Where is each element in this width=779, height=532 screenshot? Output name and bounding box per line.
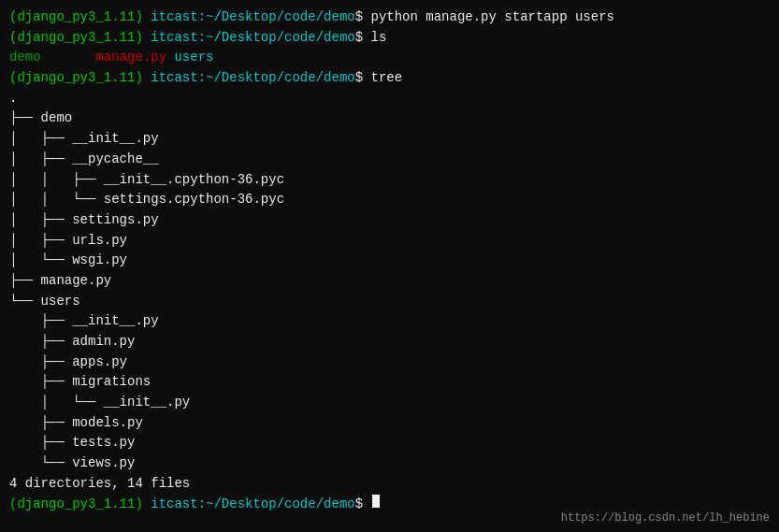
command-line-2: (django_py3_1.11) itcast:~/Desktop/code/… — [9, 28, 770, 49]
prompt-dollar-1: $ — [355, 7, 371, 28]
tree-pycache-settings: │ │ └── settings.cpython-36.pyc — [9, 190, 770, 210]
tree-users-views: └── views.py — [9, 453, 770, 474]
ls-manage: manage.py — [95, 48, 166, 68]
tree-users-models: ├── models.py — [9, 413, 770, 434]
tree-manage: ├── manage.py — [9, 271, 770, 292]
terminal-window: (django_py3_1.11) itcast:~/Desktop/code/… — [0, 0, 779, 532]
tree-demo-pycache: │ ├── __pycache__ — [9, 150, 770, 170]
tree-summary: 4 directories, 14 files — [9, 474, 770, 495]
tree-users-tests: ├── tests.py — [9, 433, 770, 453]
cmd-2-text: ls — [371, 28, 387, 49]
cmd-1-text: python manage.py startapp users — [371, 7, 614, 28]
prompt-env-2: (django_py3_1.11) — [9, 28, 151, 49]
summary-text: 4 directories, 14 files — [9, 474, 190, 495]
ls-output: demo manage.py users — [9, 48, 770, 68]
prompt-user-1: itcast — [151, 7, 197, 28]
final-prompt-user: itcast — [151, 495, 197, 515]
tree-demo-urls: │ ├── urls.py — [9, 231, 770, 252]
prompt-dollar-2: $ — [355, 28, 371, 49]
command-line-3: (django_py3_1.11) itcast:~/Desktop/code/… — [9, 68, 770, 89]
final-prompt-dollar: $ — [355, 495, 371, 515]
tree-users-init: ├── __init__.py — [9, 311, 770, 332]
tree-migrations-init: │ └── __init__.py — [9, 393, 770, 413]
final-prompt-path: :~/Desktop/code/demo — [198, 495, 355, 515]
watermark-text: https://blog.csdn.net/lh_hebine — [561, 511, 770, 525]
tree-root: . — [9, 89, 770, 109]
tree-demo-settings: │ ├── settings.py — [9, 210, 770, 231]
ls-space2 — [166, 48, 174, 68]
tree-users-apps: ├── apps.py — [9, 352, 770, 373]
final-prompt-env: (django_py3_1.11) — [9, 495, 151, 515]
tree-users-admin: ├── admin.py — [9, 332, 770, 352]
tree-users: └── users — [9, 292, 770, 312]
ls-spacing — [41, 48, 96, 68]
prompt-env-1: (django_py3_1.11) — [9, 7, 151, 28]
terminal-cursor — [372, 495, 380, 508]
prompt-path-1: :~/Desktop/code/demo — [198, 7, 355, 28]
prompt-dollar-3: $ — [355, 68, 371, 89]
cmd-3-text: tree — [371, 68, 403, 89]
ls-demo: demo — [9, 48, 41, 68]
prompt-user-3: itcast — [151, 68, 197, 89]
tree-users-migrations: ├── migrations — [9, 372, 770, 393]
tree-demo: ├── demo — [9, 108, 770, 129]
prompt-user-2: itcast — [151, 28, 197, 49]
ls-users: users — [174, 48, 213, 68]
prompt-env-3: (django_py3_1.11) — [9, 68, 151, 89]
prompt-path-3: :~/Desktop/code/demo — [198, 68, 355, 89]
command-line-1: (django_py3_1.11) itcast:~/Desktop/code/… — [9, 7, 770, 28]
tree-demo-init: │ ├── __init__.py — [9, 129, 770, 150]
prompt-path-2: :~/Desktop/code/demo — [198, 28, 355, 49]
tree-pycache-init: │ │ ├── __init__.cpython-36.pyc — [9, 170, 770, 191]
tree-demo-wsgi: │ └── wsgi.py — [9, 251, 770, 271]
